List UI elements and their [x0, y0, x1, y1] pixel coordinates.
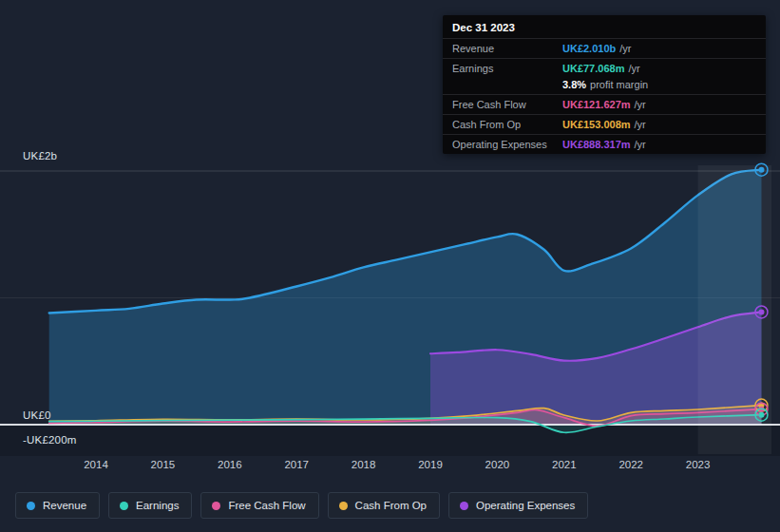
- y-axis-label-neg: -UK£200m: [23, 434, 77, 446]
- tooltip-row-label: Free Cash Flow: [452, 99, 562, 110]
- tooltip-row-cash-from-op: Cash From Op UK£153.008m /yr: [443, 114, 766, 134]
- cash-from-op-legend-dot: [339, 502, 348, 510]
- tooltip-row-value: UK£153.008m: [562, 119, 631, 130]
- tooltip-row-label: Revenue: [452, 43, 562, 54]
- y-axis-label-zero: UK£0: [23, 409, 51, 421]
- tooltip-row-suffix: /yr: [635, 99, 646, 110]
- tooltip-row-value: UK£2.010b: [562, 43, 616, 54]
- tooltip-date: Dec 31 2023: [443, 15, 766, 38]
- tooltip-row-value: UK£888.317m: [562, 139, 631, 150]
- x-axis-label: 2017: [270, 459, 323, 470]
- x-axis-label: 2016: [203, 459, 257, 470]
- financial-history-chart[interactable]: [0, 152, 780, 456]
- tooltip-row-label: Operating Expenses: [452, 139, 562, 150]
- legend-item-revenue[interactable]: Revenue: [15, 492, 100, 519]
- tooltip-row-label: Earnings: [452, 63, 562, 74]
- legend-item-label: Earnings: [136, 500, 179, 511]
- free-cash-flow-legend-dot: [212, 502, 220, 510]
- x-axis-label: 2021: [538, 459, 591, 470]
- earnings-legend-dot: [120, 502, 128, 510]
- tooltip-row-value: UK£121.627m: [562, 99, 631, 110]
- x-axis-label: 2023: [672, 459, 725, 470]
- tooltip-row-suffix: /yr: [635, 119, 646, 130]
- operating-expenses-legend-dot: [460, 502, 468, 510]
- legend-item-label: Revenue: [43, 500, 86, 511]
- tooltip-row-profit-margin: 3.8% profit margin: [443, 78, 766, 94]
- tooltip-row-earnings: Earnings UK£77.068m /yr: [443, 58, 766, 78]
- data-tooltip: Dec 31 2023 Revenue UK£2.010b /yr Earnin…: [443, 15, 766, 154]
- y-axis-label-2b: UK£2b: [23, 150, 57, 162]
- legend-item-label: Operating Expenses: [476, 500, 575, 511]
- x-axis-label: 2018: [337, 459, 390, 470]
- x-axis-label: 2015: [136, 459, 189, 470]
- legend-item-cash-from-op[interactable]: Cash From Op: [328, 492, 440, 519]
- tooltip-row-value: UK£77.068m: [562, 63, 624, 74]
- legend-item-label: Cash From Op: [355, 500, 427, 511]
- legend-item-free-cash-flow[interactable]: Free Cash Flow: [200, 492, 318, 519]
- legend: Revenue Earnings Free Cash Flow Cash Fro…: [15, 492, 588, 519]
- tooltip-row-suffix: profit margin: [590, 79, 648, 90]
- tooltip-row-operating-expenses: Operating Expenses UK£888.317m /yr: [443, 134, 766, 154]
- revenue-legend-dot: [27, 502, 35, 510]
- tooltip-row-label: Cash From Op: [452, 119, 562, 130]
- x-axis-label: 2019: [404, 459, 457, 470]
- legend-item-earnings[interactable]: Earnings: [108, 492, 192, 519]
- tooltip-row-suffix: /yr: [619, 43, 631, 54]
- tooltip-row-suffix: /yr: [628, 63, 639, 74]
- legend-item-label: Free Cash Flow: [228, 500, 305, 511]
- chart-svg: [0, 152, 780, 456]
- tooltip-row-suffix: /yr: [635, 139, 646, 150]
- legend-item-operating-expenses[interactable]: Operating Expenses: [448, 492, 588, 519]
- x-axis-label: 2020: [470, 459, 523, 470]
- x-axis-label: 2014: [69, 459, 123, 470]
- tooltip-row-value: 3.8%: [562, 79, 586, 90]
- x-axis-label: 2022: [604, 459, 657, 470]
- x-axis: 2014201520162017201820192020202120222023: [0, 459, 780, 474]
- tooltip-row-revenue: Revenue UK£2.010b /yr: [443, 38, 766, 58]
- tooltip-row-free-cash-flow: Free Cash Flow UK£121.627m /yr: [443, 94, 766, 114]
